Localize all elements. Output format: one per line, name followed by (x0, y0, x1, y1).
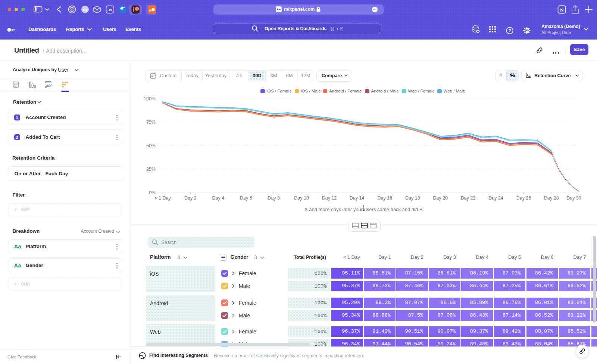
svg-text:Day 24: Day 24 (488, 195, 503, 201)
svg-text:Day 8: Day 8 (268, 195, 280, 201)
svg-text:< 1 Day: < 1 Day (154, 195, 171, 201)
svg-text:Day 2: Day 2 (184, 195, 197, 201)
svg-text:100%: 100% (144, 96, 156, 101)
svg-text:Day 18: Day 18 (405, 195, 420, 201)
svg-text:Day 20: Day 20 (433, 195, 448, 201)
svg-text:Day 14: Day 14 (350, 195, 365, 201)
svg-text:25%: 25% (146, 167, 156, 172)
svg-text:Day 10: Day 10 (294, 195, 309, 201)
svg-text:Day 12: Day 12 (322, 195, 337, 201)
svg-text:50%: 50% (146, 143, 156, 148)
svg-text:0%: 0% (149, 190, 156, 195)
svg-text:Day 22: Day 22 (461, 195, 476, 201)
svg-text:Day 28: Day 28 (544, 195, 559, 201)
svg-text:Day 30: Day 30 (566, 195, 581, 201)
svg-text:Day 4: Day 4 (212, 195, 224, 201)
svg-text:Day 6: Day 6 (240, 195, 252, 201)
svg-text:75%: 75% (146, 120, 156, 125)
svg-text:Day 16: Day 16 (378, 195, 393, 201)
svg-text:Day 26: Day 26 (516, 195, 531, 201)
